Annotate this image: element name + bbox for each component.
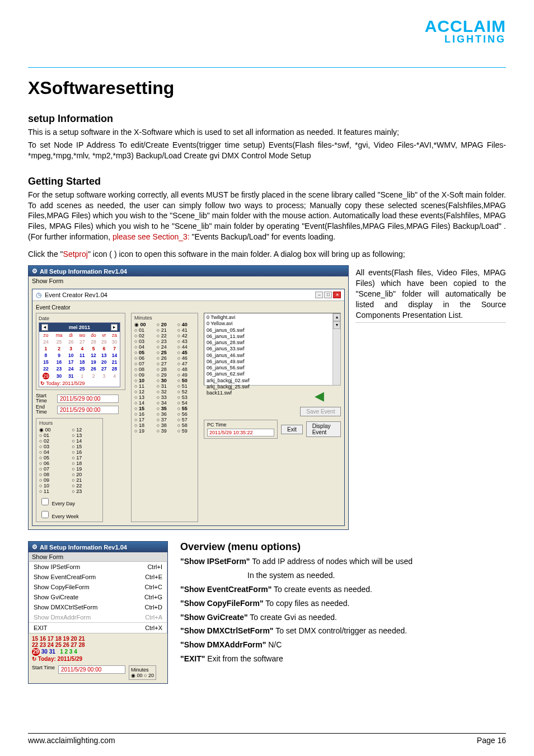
- overview-item: "EXIT" Exit from the software: [180, 654, 506, 664]
- end-time-value[interactable]: 2011/5/29 00:00: [57, 406, 119, 414]
- scroll-up-button[interactable]: ▲: [333, 313, 340, 321]
- brand-logo: ACCLAIM LIGHTING: [425, 17, 506, 45]
- menu-item[interactable]: EXITCtrl+X: [29, 623, 167, 633]
- footer-url: www.acclaimlighting.com: [28, 736, 115, 745]
- minutes-radio-grid[interactable]: ◉ 00○ 20○ 40○ 01○ 21○ 41○ 02○ 22○ 42○ 03…: [134, 322, 195, 434]
- app-icon: ⚙: [32, 267, 38, 275]
- overview-heading: Overview (menu options): [180, 541, 506, 553]
- side-note-text: All events(Flash files, Video Files, MPA…: [355, 267, 506, 320]
- start-time-field[interactable]: 2011/5/29 00:00: [58, 665, 125, 674]
- setup-heading: setup Information: [28, 113, 506, 125]
- cal-month: mei 2011: [69, 325, 90, 330]
- save-event-button[interactable]: Save Event: [300, 407, 341, 416]
- logo-main: ACCLAIM: [425, 17, 506, 36]
- menu-item[interactable]: Show GviCreateCtrl+G: [29, 592, 167, 602]
- screenshot-event-creator: ⚙ All Setup Information Rev1.04 Show For…: [28, 265, 349, 530]
- cal-prev-button[interactable]: ◂: [41, 324, 48, 331]
- showform-menu[interactable]: Show IPSetFormCtrl+IShow EventCreatFormC…: [29, 561, 167, 633]
- setproj-word: Setproj: [63, 250, 88, 259]
- overview-item: "Show IPSetForm" To add IP address of no…: [180, 556, 506, 567]
- overview-item: "Show DMXAddrForm" N/C: [180, 640, 506, 650]
- clock-icon: ◷: [36, 291, 41, 299]
- overview-item: "Show EventCreatForm" To create events a…: [180, 584, 506, 595]
- cal-next-button[interactable]: ▸: [111, 324, 118, 331]
- section3-link[interactable]: please see Section_3:: [113, 232, 190, 241]
- overview-item: "Show CopyFileForm" To copy files as nee…: [180, 598, 506, 609]
- footer-page: Page 16: [477, 736, 506, 745]
- every-day-checkbox[interactable]: [41, 498, 49, 505]
- app-icon: ⚙: [32, 543, 38, 551]
- getting-started-heading: Getting Started: [28, 176, 506, 187]
- scrollbar[interactable]: ▲ ▼: [332, 313, 340, 385]
- window-titlebar[interactable]: ⚙ All Setup Information Rev1.04: [29, 266, 348, 276]
- setup-intro1: This is a setup software in the X-Softwa…: [28, 127, 506, 138]
- menubar-showform[interactable]: Show Form: [29, 552, 167, 561]
- pc-time-group: PC Time 2011/5/29 10:35:22: [204, 420, 278, 439]
- display-event-button[interactable]: Display Event: [306, 421, 341, 437]
- date-group: Date ◂ mei 2011 ▸ zomadiwodovr: [36, 313, 125, 390]
- menu-item[interactable]: Show DMXCtrlSetFormCtrl+D: [29, 602, 167, 612]
- source-file-list[interactable]: 0 Twilight.avi0 Yellow.avi06_janus_05.sw…: [204, 313, 341, 386]
- page-footer: www.acclaimlighting.com Page 16: [28, 733, 506, 745]
- overview-item: "Show DMXCtrlSetForm" To set DMX control…: [180, 626, 506, 636]
- menu-item[interactable]: Show CopyFileFormCtrl+C: [29, 582, 167, 592]
- side-rule: [355, 322, 506, 323]
- today-icon: ↻: [40, 381, 45, 386]
- header-rule: [28, 67, 506, 68]
- start-time-value[interactable]: 2011/5/29 00:00: [57, 395, 119, 403]
- exit-button[interactable]: Exit: [281, 425, 303, 434]
- setup-intro2: To set Node IP Address To edit/Create Ev…: [28, 140, 506, 161]
- menubar[interactable]: Show Form: [29, 276, 348, 285]
- maximize-button[interactable]: □: [324, 292, 332, 298]
- overview-item: "Show GviCreate" To create Gvi as needed…: [180, 612, 506, 623]
- screenshot-show-form-menu: ⚙ All Setup Information Rev1.04 Show For…: [28, 541, 168, 684]
- pc-time-value: 2011/5/29 10:35:22: [207, 429, 274, 436]
- today-icon: ↻: [32, 656, 36, 662]
- inner-window-title[interactable]: ◷ Event Creator Rev1.04 – □ ×: [32, 289, 344, 301]
- hours-radio-grid[interactable]: ◉ 00○ 12○ 01○ 13○ 02○ 14○ 03○ 15○ 04○ 16…: [39, 427, 100, 494]
- getting-started-p1: For the setup software working correctly…: [28, 190, 506, 242]
- close-button[interactable]: ×: [333, 292, 341, 298]
- window2-titlebar[interactable]: ⚙ All Setup Information Rev1.04: [29, 542, 167, 552]
- page: ACCLAIM LIGHTING XSoftwaresetting setup …: [0, 0, 534, 756]
- mini-calendar[interactable]: 15 16 17 18 19 20 21 22 23 24 25 26 27 2…: [29, 633, 167, 664]
- calendar-grid[interactable]: zomadiwodovrza 2425262728293012345678910…: [39, 332, 120, 380]
- calendar[interactable]: ◂ mei 2011 ▸ zomadiwodovrza 242526272829…: [39, 322, 120, 387]
- menu-item[interactable]: Show EventCreatFormCtrl+E: [29, 572, 167, 582]
- window-controls[interactable]: – □ ×: [315, 292, 341, 298]
- page-title: XSoftwaresetting: [28, 78, 506, 98]
- menu-item[interactable]: Show DmxAddrFormCtrl+A: [29, 612, 167, 622]
- menu-item[interactable]: Show IPSetFormCtrl+I: [29, 562, 167, 572]
- minimize-button[interactable]: –: [315, 292, 323, 298]
- every-week-checkbox[interactable]: [41, 511, 49, 518]
- scroll-down-button[interactable]: ▼: [333, 321, 340, 329]
- getting-started-p2: Click the "Setproj" icon ( ) icon to ope…: [28, 249, 506, 260]
